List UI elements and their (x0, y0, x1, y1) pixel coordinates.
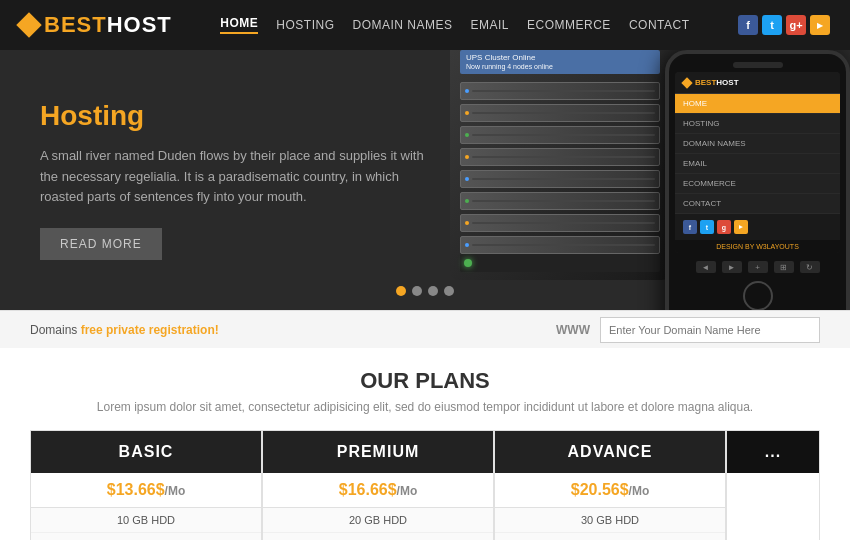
phone-logo-diamond (681, 77, 692, 88)
plan-extra: ... (726, 430, 820, 540)
hero-text: A small river named Duden flows by their… (40, 146, 440, 208)
plan-premium: PREMIUM $16.66$/Mo 20 GB HDD 1000GB Band… (262, 430, 494, 540)
phone-social-icons: f t g ▸ (675, 214, 840, 240)
phone-plus-btn[interactable]: + (748, 261, 768, 273)
plan-basic: BASIC $13.66$/Mo 10 GB HDD 100GB Bandwid… (30, 430, 262, 540)
nav-home[interactable]: HOME (220, 16, 258, 34)
phone-speaker (733, 62, 783, 68)
plan-basic-hdd: 10 GB HDD (31, 508, 261, 533)
domain-www-label: WWW (556, 323, 590, 337)
phone-nav-contact[interactable]: CONTACT (675, 194, 840, 214)
plans-section: OUR PLANS Lorem ipsum dolor sit amet, co… (0, 348, 850, 540)
logo-text: BESTHOST (44, 12, 172, 38)
phone-google-icon[interactable]: g (717, 220, 731, 234)
hero-title: Hosting (40, 100, 440, 132)
dot-1[interactable] (396, 286, 406, 296)
domain-bar: Domains free private registration! WWW (0, 310, 850, 348)
plan-premium-name: PREMIUM (263, 431, 493, 473)
phone-design-by: DESIGN BY W3LAYOUTS (675, 240, 840, 253)
phone-controls: ◄ ► + ⊞ ↻ (669, 253, 846, 277)
plan-basic-price: $13.66$/Mo (31, 473, 261, 508)
main-nav: HOME HOSTING DOMAIN NAMES EMAIL ECOMMERC… (220, 16, 689, 34)
plans-subtitle: Lorem ipsum dolor sit amet, consectetur … (30, 400, 820, 414)
plan-advance-hdd: 30 GB HDD (495, 508, 725, 533)
nav-domain[interactable]: DOMAIN NAMES (353, 18, 453, 32)
plan-basic-name: BASIC (31, 431, 261, 473)
phone-share-btn[interactable]: ⊞ (774, 261, 794, 273)
plan-premium-price: $16.66$/Mo (263, 473, 493, 508)
hero-content: Hosting A small river named Duden flows … (0, 70, 480, 290)
plan-premium-hdd: 20 GB HDD (263, 508, 493, 533)
nav-hosting[interactable]: HOSTING (276, 18, 334, 32)
nav-ecommerce[interactable]: ECOMMERCE (527, 18, 611, 32)
plan-basic-bandwidth: 100GB Bandwidth (31, 533, 261, 540)
plan-advance: ADVANCE $20.56$/Mo 30 GB HDD 1000GB Band… (494, 430, 726, 540)
google-plus-icon[interactable]: g+ (786, 15, 806, 35)
social-icons: f t g+ ▸ (738, 15, 830, 35)
phone-screen: BESTHOST HOME HOSTING DOMAIN NAMES EMAIL… (675, 72, 840, 253)
nav-email[interactable]: EMAIL (471, 18, 510, 32)
dot-4[interactable] (444, 286, 454, 296)
logo-diamond-icon (16, 12, 41, 37)
phone-nav-hosting[interactable]: HOSTING (675, 114, 840, 134)
header: BESTHOST HOME HOSTING DOMAIN NAMES EMAIL… (0, 0, 850, 50)
facebook-icon[interactable]: f (738, 15, 758, 35)
phone-home-button[interactable] (743, 281, 773, 310)
plan-premium-bandwidth: 1000GB Bandwidth (263, 533, 493, 540)
dot-2[interactable] (412, 286, 422, 296)
slider-dots (396, 286, 454, 296)
plan-extra-name: ... (727, 431, 819, 473)
plans-title: OUR PLANS (30, 368, 820, 394)
phone-nav: HOME HOSTING DOMAIN NAMES EMAIL ECOMMERC… (675, 94, 840, 214)
nav-contact[interactable]: CONTACT (629, 18, 690, 32)
phone-facebook-icon[interactable]: f (683, 220, 697, 234)
mobile-mockup: BESTHOST HOME HOSTING DOMAIN NAMES EMAIL… (665, 50, 850, 310)
domain-text: Domains free private registration! (30, 323, 219, 337)
plan-advance-price: $20.56$/Mo (495, 473, 725, 508)
phone-rss-icon[interactable]: ▸ (734, 220, 748, 234)
server-label: UPS Cluster OnlineNow running 4 nodes on… (460, 50, 660, 74)
phone-nav-home[interactable]: HOME (675, 94, 840, 114)
rss-icon[interactable]: ▸ (810, 15, 830, 35)
read-more-button[interactable]: READ MORE (40, 228, 162, 260)
phone-back-btn[interactable]: ◄ (696, 261, 716, 273)
logo: BESTHOST (20, 12, 172, 38)
server-image: UPS Cluster OnlineNow running 4 nodes on… (450, 50, 670, 280)
plan-advance-name: ADVANCE (495, 431, 725, 473)
domain-input[interactable] (600, 317, 820, 343)
plans-grid: BASIC $13.66$/Mo 10 GB HDD 100GB Bandwid… (30, 430, 820, 540)
phone-reload-btn[interactable]: ↻ (800, 261, 820, 273)
hero-section: Hosting A small river named Duden flows … (0, 50, 850, 310)
phone-twitter-icon[interactable]: t (700, 220, 714, 234)
phone-nav-email[interactable]: EMAIL (675, 154, 840, 174)
phone-forward-btn[interactable]: ► (722, 261, 742, 273)
twitter-icon[interactable]: t (762, 15, 782, 35)
phone-nav-domain[interactable]: DOMAIN NAMES (675, 134, 840, 154)
phone-nav-ecommerce[interactable]: ECOMMERCE (675, 174, 840, 194)
phone-logo-text: BESTHOST (695, 78, 739, 87)
plan-advance-bandwidth: 1000GB Bandwidth (495, 533, 725, 540)
dot-3[interactable] (428, 286, 438, 296)
